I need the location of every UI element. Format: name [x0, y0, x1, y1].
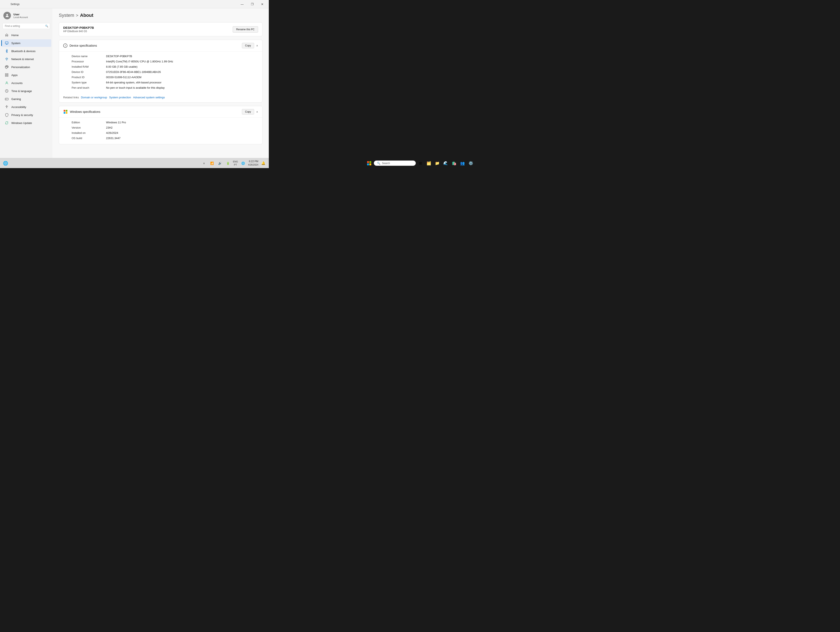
table-row: Device ID 07251EE8-3F86-4E44-8BE1-18948B… — [72, 69, 258, 74]
sidebar-item-bluetooth[interactable]: Bluetooth & devices — [1, 47, 51, 55]
sidebar-item-update[interactable]: Windows Update — [1, 119, 51, 127]
notification-bell-icon[interactable]: 🔔 — [260, 160, 267, 167]
sidebar-item-privacy[interactable]: Privacy & security — [1, 111, 51, 119]
windows-specs-copy-button[interactable]: Copy — [242, 109, 254, 114]
chevron-up-tray-icon[interactable]: ∧ — [200, 160, 208, 167]
avatar — [3, 12, 11, 19]
table-row: Version 23H2 — [72, 125, 258, 130]
accessibility-icon — [5, 105, 9, 109]
update-icon — [5, 121, 9, 125]
privacy-icon — [5, 113, 9, 117]
pc-info: DESKTOP-P0BKP7B HP EliteBook 840 G5 — [63, 26, 94, 33]
sidebar-item-label: Apps — [11, 74, 17, 77]
svg-point-2 — [6, 60, 7, 60]
svg-point-14 — [6, 106, 7, 106]
sidebar-item-label: Time & language — [11, 90, 32, 93]
language-indicator: ENG PT — [233, 160, 238, 166]
minimize-button[interactable]: — — [237, 1, 247, 8]
svg-point-0 — [6, 14, 8, 16]
spec-value: 23H2 — [106, 126, 258, 129]
sidebar-item-accessibility[interactable]: Accessibility — [1, 103, 51, 111]
spec-label: Edition — [72, 121, 105, 124]
sidebar-item-network[interactable]: Network & internet — [1, 55, 51, 63]
pc-name: DESKTOP-P0BKP7B — [63, 26, 94, 29]
table-row: Processor Intel(R) Core(TM) i7-8550U CPU… — [72, 59, 258, 64]
battery-icon[interactable]: 🔋 — [224, 160, 232, 167]
spec-label: Installed RAM — [72, 65, 105, 68]
spec-value: 07251EE8-3F86-4E44-8BE1-18948B14BA35 — [106, 70, 258, 74]
spec-value: 8.00 GB (7.85 GB usable) — [106, 65, 258, 68]
search-box[interactable]: 🔍 — [3, 23, 50, 29]
device-specs-copy-button[interactable]: Copy — [242, 43, 254, 48]
spec-label: Processor — [72, 60, 105, 63]
spec-value: 4/26/2024 — [106, 131, 258, 135]
taskbar-right: ∧ 📶 🔊 🔋 ENG PT 🌐 6:22 PM 4/26/2024 🔔 — [200, 160, 267, 167]
spec-label: OS build — [72, 136, 105, 140]
spec-value: Windows 11 Pro — [106, 121, 258, 124]
network-tray-icon[interactable]: 📶 — [208, 160, 216, 167]
sidebar-item-personalization[interactable]: Personalization — [1, 63, 51, 71]
sidebar-item-label: Network & internet — [11, 57, 34, 61]
search-icon: 🔍 — [45, 25, 48, 27]
taskbar-left: 🌐 — [2, 160, 9, 167]
spec-value: 22631.3447 — [106, 136, 258, 140]
taskbar: 🌐 🔍 Search ⊞ 🗂️ 📁 🌊 🛍️ 👥 ⚙️ ∧ 📶 🔊 🔋 — [0, 158, 269, 168]
edge-browser-icon[interactable]: 🌐 — [2, 160, 9, 167]
related-link-advanced[interactable]: Advanced system settings — [133, 96, 165, 99]
table-row: Product ID 00330-51699-51112-AAOEM — [72, 74, 258, 80]
close-button[interactable]: ✕ — [257, 1, 267, 8]
main-content: System > About DESKTOP-P0BKP7B HP EliteB… — [52, 8, 269, 158]
spec-value: 00330-51699-51112-AAOEM — [106, 76, 258, 79]
volume-icon[interactable]: 🔊 — [216, 160, 224, 167]
home-icon — [5, 33, 9, 37]
restore-button[interactable]: ❐ — [247, 1, 257, 8]
breadcrumb-system[interactable]: System — [59, 13, 74, 18]
svg-rect-9 — [5, 75, 6, 76]
sidebar-item-label: Windows Update — [11, 122, 32, 125]
related-link-protection[interactable]: System protection — [109, 96, 131, 99]
table-row: Installed RAM 8.00 GB (7.85 GB usable) — [72, 64, 258, 69]
info-icon: i — [63, 43, 68, 48]
windows-specs-title-group: Windows specifications — [63, 109, 100, 114]
svg-point-6 — [7, 67, 8, 67]
spec-label: Installed on — [72, 131, 105, 135]
breadcrumb-arrow: > — [76, 13, 78, 18]
rename-pc-button[interactable]: Rename this PC — [233, 26, 258, 33]
device-specs-title-group: i Device specifications — [63, 43, 97, 48]
paint-icon — [5, 65, 9, 69]
globe-icon[interactable]: 🌐 — [239, 160, 247, 167]
chevron-up-icon: ∧ — [256, 110, 258, 113]
sidebar-item-label: System — [11, 41, 21, 45]
device-specs-header[interactable]: i Device specifications Copy ∧ — [59, 40, 262, 51]
sidebar-item-label: Accounts — [11, 82, 22, 85]
spec-label: Device ID — [72, 70, 105, 74]
sidebar-item-apps[interactable]: Apps — [1, 71, 51, 79]
time-icon — [5, 89, 9, 93]
svg-point-4 — [6, 66, 6, 67]
windows-specs-header[interactable]: Windows specifications Copy ∧ — [59, 106, 262, 118]
related-links: Related links Domain or workgroup System… — [59, 94, 262, 102]
related-link-domain[interactable]: Domain or workgroup — [81, 96, 107, 99]
pc-header-card: DESKTOP-P0BKP7B HP EliteBook 840 G5 Rena… — [59, 22, 262, 36]
related-links-label: Related links — [63, 96, 79, 99]
spec-value: No pen or touch input is available for t… — [106, 86, 258, 89]
table-row: Pen and touch No pen or touch input is a… — [72, 85, 258, 90]
lang-sub: PT — [233, 163, 238, 166]
bluetooth-icon — [5, 49, 9, 53]
sidebar-item-system[interactable]: System — [1, 39, 51, 47]
spec-value: 64-bit operating system, x64-based proce… — [106, 81, 258, 84]
spec-label: System type — [72, 81, 105, 84]
sidebar-item-gaming[interactable]: Gaming — [1, 95, 51, 103]
windows-specs-controls: Copy ∧ — [242, 109, 258, 114]
sidebar-item-label: Bluetooth & devices — [11, 49, 35, 53]
table-row: Device name DESKTOP-P0BKP7B — [72, 54, 258, 59]
table-row: System type 64-bit operating system, x64… — [72, 80, 258, 85]
sidebar-item-time[interactable]: Time & language — [1, 87, 51, 95]
search-input[interactable] — [3, 23, 50, 29]
sidebar-item-accounts[interactable]: Accounts — [1, 79, 51, 87]
device-specs-card: i Device specifications Copy ∧ Device na… — [59, 40, 262, 103]
svg-point-11 — [6, 82, 7, 83]
date: 4/26/2024 — [248, 163, 258, 166]
sidebar-item-home[interactable]: Home — [1, 31, 51, 39]
time-display[interactable]: 6:22 PM 4/26/2024 — [248, 160, 258, 166]
